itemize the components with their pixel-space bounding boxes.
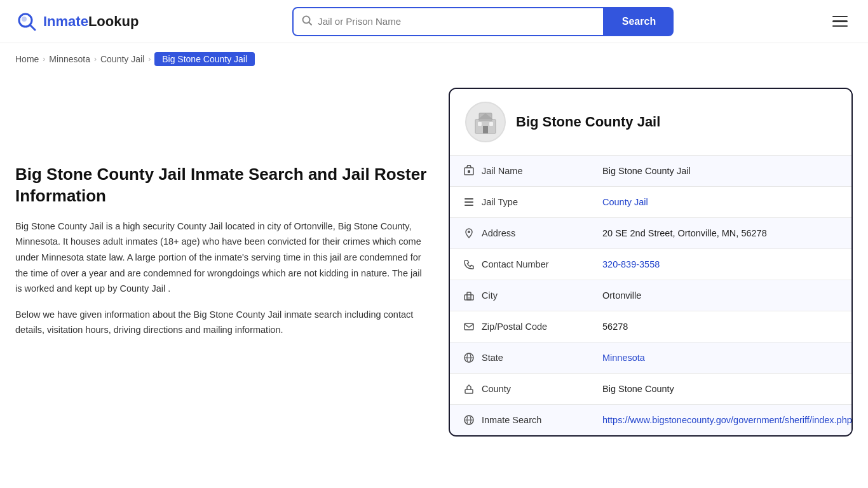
breadcrumb: Home › Minnesota › County Jail › Big Sto… (0, 43, 868, 75)
contact-number-link[interactable]: 320-839-3558 (602, 259, 660, 269)
logo-icon (15, 10, 38, 33)
info-table: Jail Name Big Stone County Jail Jail Typ… (450, 155, 853, 435)
card-header: Big Stone County Jail (450, 89, 851, 155)
svg-rect-9 (489, 122, 493, 126)
page-desc-1: Big Stone County Jail is a high security… (15, 219, 428, 297)
breadcrumb-active: Big Stone County Jail (154, 52, 255, 66)
jail-avatar (465, 102, 506, 142)
svg-rect-12 (465, 198, 473, 200)
table-row: City Ortonville (450, 280, 853, 311)
phone-icon (463, 258, 475, 271)
table-row: Contact Number 320-839-3558 (450, 249, 853, 280)
svg-rect-23 (465, 390, 473, 393)
location-icon (463, 227, 475, 240)
breadcrumb-county-jail[interactable]: County Jail (100, 54, 144, 64)
svg-rect-14 (465, 205, 473, 206)
hamburger-menu[interactable] (827, 11, 853, 32)
table-row: Inmate Search https://www.bigstonecounty… (450, 405, 853, 436)
svg-rect-8 (478, 122, 482, 126)
city-icon (463, 289, 475, 302)
breadcrumb-sep-2: › (94, 55, 97, 64)
search-icon (301, 15, 313, 28)
breadcrumb-home[interactable]: Home (15, 54, 39, 64)
table-row: Jail Type County Jail (450, 187, 853, 218)
svg-rect-7 (483, 126, 488, 133)
svg-point-15 (468, 231, 470, 233)
logo[interactable]: InmateLookup (15, 10, 139, 33)
search-area: Search (292, 7, 674, 36)
jail-info-card: Big Stone County Jail Jail Name Big Ston… (449, 88, 853, 437)
card-jail-name: Big Stone County Jail (516, 114, 660, 130)
jail-type-link[interactable]: County Jail (602, 197, 648, 207)
svg-rect-13 (465, 201, 473, 203)
svg-rect-18 (468, 297, 470, 300)
state-link[interactable]: Minnesota (602, 353, 645, 363)
list-icon (463, 196, 475, 208)
search-button[interactable]: Search (604, 7, 674, 36)
inmate-search-link[interactable]: https://www.bigstonecounty.gov/governmen… (602, 415, 852, 425)
table-row: Address 20 SE 2nd Street, Ortonville, MN… (450, 218, 853, 249)
svg-point-2 (22, 17, 27, 22)
mail-icon (463, 320, 475, 333)
search-input[interactable] (318, 16, 595, 27)
county-icon (463, 383, 475, 395)
page-title: Big Stone County Jail Inmate Search and … (15, 164, 428, 207)
table-row: Zip/Postal Code 56278 (450, 311, 853, 342)
page-desc-2: Below we have given information about th… (15, 307, 428, 338)
logo-text: InmateLookup (43, 13, 139, 30)
svg-rect-19 (465, 323, 473, 330)
header: InmateLookup Search (0, 0, 868, 43)
jail-icon (463, 165, 475, 177)
table-row: State Minnesota (450, 342, 853, 374)
search-globe-icon (463, 414, 475, 426)
search-wrapper (292, 7, 604, 36)
svg-rect-11 (468, 170, 470, 173)
breadcrumb-sep-3: › (148, 55, 151, 64)
breadcrumb-sep-1: › (43, 55, 45, 64)
globe-icon (463, 351, 475, 364)
left-content: Big Stone County Jail Inmate Search and … (15, 88, 428, 437)
svg-line-1 (30, 25, 35, 30)
table-row: Jail Name Big Stone County Jail (450, 156, 853, 187)
breadcrumb-minnesota[interactable]: Minnesota (49, 54, 90, 64)
main-layout: Big Stone County Jail Inmate Search and … (0, 75, 868, 462)
table-row: County Big Stone County (450, 374, 853, 405)
svg-line-4 (309, 23, 312, 25)
